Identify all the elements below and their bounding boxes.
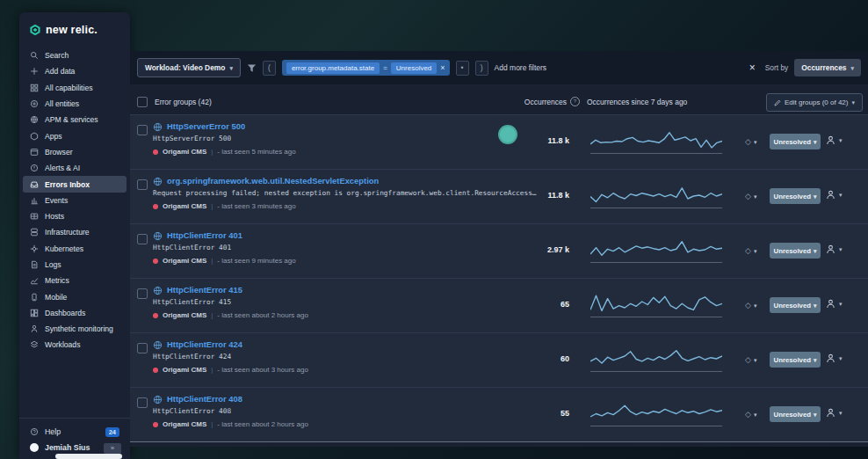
sparkline-chart <box>590 128 722 154</box>
sidebar-item-all-entities[interactable]: All entities <box>23 96 127 112</box>
sidebar-item-alerts-ai[interactable]: Alerts & AI <box>23 160 127 176</box>
status-dropdown[interactable]: Unresolved ▾ <box>770 188 821 204</box>
add-more-filters[interactable]: Add more filters <box>495 63 547 72</box>
error-group-link[interactable]: HttpClientError 424 <box>167 339 242 349</box>
person-icon <box>826 244 835 254</box>
remove-filter-icon[interactable]: × <box>440 63 445 72</box>
infrastructure-icon <box>30 228 39 237</box>
sidebar-item-dashboards[interactable]: Dashboards <box>23 305 127 321</box>
service-name[interactable]: Origami CMS <box>163 311 206 319</box>
row-checkbox[interactable] <box>137 234 148 244</box>
status-dot <box>153 149 158 155</box>
error-group-link[interactable]: HttpClientError 401 <box>167 230 242 240</box>
status-dropdown[interactable]: Unresolved ▾ <box>770 134 821 149</box>
error-group-link[interactable]: org.springframework.web.util.NestedServl… <box>167 176 379 186</box>
service-name[interactable]: Origami CMS <box>163 257 206 265</box>
sidebar-item-metrics[interactable]: Metrics <box>23 273 127 288</box>
sidebar-item-search[interactable]: Search <box>23 47 127 63</box>
sidebar-item-workloads[interactable]: Workloads <box>23 337 127 353</box>
error-group-link[interactable]: HttpClientError 408 <box>167 394 242 404</box>
sidebar-item-synthetic-monitoring[interactable]: Synthetic monitoring <box>23 321 127 337</box>
close-icon[interactable]: × <box>746 62 759 74</box>
sidebar-item-logs[interactable]: Logs <box>23 257 127 273</box>
sidebar-item-add-data[interactable]: Add data <box>23 63 127 79</box>
info-icon[interactable]: ? <box>570 97 580 106</box>
row-checkbox[interactable] <box>137 125 148 135</box>
sidebar-collapse-button[interactable]: » <box>104 443 121 454</box>
assign-group-dropdown[interactable]: ◇ ▾ <box>745 246 756 255</box>
sidebar-item-apm-services[interactable]: APM & services <box>23 112 127 128</box>
service-name[interactable]: Origami CMS <box>163 366 206 374</box>
filter-condition-pill[interactable]: error.group.metadata.state = Unresolved … <box>282 60 450 76</box>
row-checkbox[interactable] <box>137 343 148 353</box>
last-seen: - last seen about 3 hours ago <box>217 366 308 374</box>
chevron-down-icon: ▾ <box>839 137 843 143</box>
assign-group-dropdown[interactable]: ◇ ▾ <box>745 301 756 310</box>
row-checkbox[interactable] <box>137 397 148 408</box>
sparkline-chart <box>590 400 722 426</box>
status-dropdown[interactable]: Unresolved ▾ <box>770 297 821 313</box>
dot-icon: • <box>461 63 464 72</box>
row-checkbox[interactable] <box>137 288 148 299</box>
group-open-button[interactable]: ( <box>263 61 276 76</box>
assign-user-dropdown[interactable]: ▾ <box>826 299 843 309</box>
globe-icon <box>153 340 163 350</box>
assign-group-dropdown[interactable]: ◇ ▾ <box>745 192 756 200</box>
sort-dropdown[interactable]: Occurrences ▾ <box>794 59 861 76</box>
sidebar-item-all-capabilities[interactable]: All capabilities <box>23 80 127 96</box>
help-item[interactable]: Help 24 <box>19 424 130 440</box>
last-seen: - last seen 9 minutes ago <box>217 257 295 265</box>
filter-field[interactable]: error.group.metadata.state <box>286 62 380 74</box>
row-checkbox[interactable] <box>137 179 148 190</box>
error-group-link[interactable]: HttpClientError 415 <box>167 285 242 295</box>
status-dot <box>153 204 158 209</box>
assign-group-dropdown[interactable]: ◇ ▾ <box>745 410 756 419</box>
sidebar-item-browser[interactable]: Browser <box>23 144 127 160</box>
sparkline-chart <box>590 291 722 317</box>
sidebar-item-errors-inbox[interactable]: Errors Inbox <box>23 176 127 192</box>
assign-group-dropdown[interactable]: ◇ ▾ <box>745 355 756 364</box>
row-meta: Origami CMS | - last seen about 2 hours … <box>153 311 308 319</box>
status-dropdown[interactable]: Unresolved ▾ <box>770 406 821 422</box>
service-name[interactable]: Origami CMS <box>163 420 206 428</box>
filter-value[interactable]: Unresolved <box>391 62 437 74</box>
sidebar-item-kubernetes[interactable]: Kubernetes <box>23 241 127 257</box>
add-condition-button[interactable]: • <box>456 61 469 76</box>
occurrences-label: Occurrences <box>524 98 567 106</box>
edit-groups-button[interactable]: Edit groups (0 of 42) ▾ <box>766 93 863 112</box>
workload-dropdown[interactable]: Workload: Video Demo ▾ <box>137 58 241 77</box>
assign-user-dropdown[interactable]: ▾ <box>826 135 843 145</box>
separator: | <box>211 420 213 428</box>
row-meta: Origami CMS | - last seen about 3 hours … <box>153 366 308 374</box>
group-close-button[interactable]: ) <box>475 61 488 76</box>
new-relic-logo-icon <box>29 24 41 36</box>
chevron-down-icon: ▾ <box>754 302 757 309</box>
kubernetes-icon <box>30 244 39 253</box>
select-all-checkbox[interactable] <box>137 97 148 107</box>
edit-groups-label: Edit groups (0 of 42) <box>785 98 848 106</box>
service-name[interactable]: Origami CMS <box>163 202 206 210</box>
filter-operator: = <box>383 64 387 72</box>
error-group-link[interactable]: HttpServerError 500 <box>167 121 245 131</box>
assign-user-dropdown[interactable]: ▾ <box>826 408 843 418</box>
sidebar-item-mobile[interactable]: Mobile <box>23 288 127 304</box>
assign-user-dropdown[interactable]: ▾ <box>826 190 843 200</box>
service-name[interactable]: Origami CMS <box>163 148 206 156</box>
sidebar-item-apps[interactable]: Apps <box>23 128 127 143</box>
sidebar-item-events[interactable]: Events <box>23 193 127 208</box>
entities-icon <box>30 99 39 108</box>
plus-icon <box>30 67 39 76</box>
person-icon <box>826 190 835 200</box>
assign-user-dropdown[interactable]: ▾ <box>826 244 843 254</box>
sidebar-item-hosts[interactable]: Hosts <box>23 208 127 224</box>
error-groups-list: HttpServerError 500 HttpServerError 500 … <box>130 114 868 442</box>
diamond-icon: ◇ <box>745 246 751 255</box>
assign-group-dropdown[interactable]: ◇ ▾ <box>745 137 756 146</box>
chevron-down-icon: ▾ <box>814 357 817 363</box>
status-dropdown[interactable]: Unresolved ▾ <box>770 352 821 368</box>
status-dropdown[interactable]: Unresolved ▾ <box>770 243 821 259</box>
sidebar-item-infrastructure[interactable]: Infrastructure <box>23 224 127 240</box>
sidebar-item-label: Metrics <box>45 276 69 285</box>
assign-user-dropdown[interactable]: ▾ <box>826 353 843 363</box>
row-meta: Origami CMS | - last seen 9 minutes ago <box>153 257 296 265</box>
